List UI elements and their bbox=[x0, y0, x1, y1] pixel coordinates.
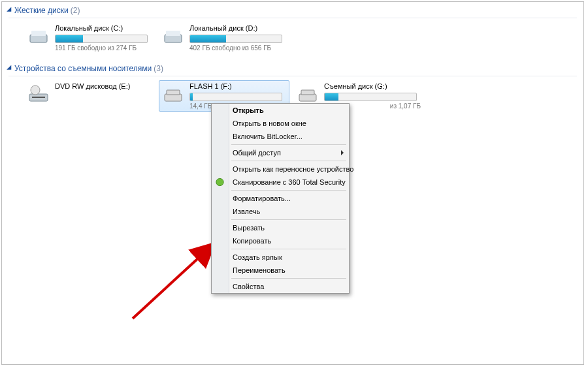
svg-rect-9 bbox=[299, 94, 316, 101]
svg-rect-8 bbox=[167, 90, 180, 95]
menu-create-shortcut[interactable]: Создать ярлык bbox=[212, 251, 349, 264]
flash-drive-icon bbox=[162, 82, 184, 104]
capacity-bar bbox=[189, 93, 282, 101]
menu-label: Извлечь bbox=[233, 208, 260, 215]
menu-label: Копировать bbox=[233, 237, 271, 245]
menu-separator bbox=[231, 144, 346, 145]
drive-status: 191 ГБ свободно из 274 ГБ bbox=[55, 44, 152, 52]
svg-rect-3 bbox=[166, 31, 180, 36]
group-count: (2) bbox=[71, 6, 80, 15]
capacity-bar bbox=[324, 93, 417, 101]
svg-point-11 bbox=[216, 178, 223, 185]
svg-rect-7 bbox=[165, 94, 182, 101]
capacity-bar bbox=[55, 35, 148, 43]
svg-rect-10 bbox=[301, 90, 314, 95]
drive-dvd-e[interactable]: DVD RW дисковод (E:) bbox=[24, 80, 155, 112]
menu-label: Открыть bbox=[233, 106, 264, 114]
drive-label: Локальный диск (D:) bbox=[189, 24, 286, 32]
svg-rect-5 bbox=[32, 97, 45, 98]
expand-icon bbox=[7, 65, 14, 72]
menu-label: Сканирование с 360 Total Security bbox=[233, 178, 346, 186]
menu-separator bbox=[231, 219, 346, 220]
drive-status: 402 ГБ свободно из 656 ГБ bbox=[189, 44, 286, 52]
menu-separator bbox=[231, 278, 346, 279]
menu-label: Общий доступ bbox=[233, 149, 281, 157]
context-menu: Открыть Открыть в новом окне Включить Bi… bbox=[211, 103, 350, 294]
menu-label: Свойства bbox=[233, 283, 264, 290]
divider bbox=[8, 18, 577, 18]
group-count: (3) bbox=[154, 64, 163, 73]
menu-label: Включить BitLocker... bbox=[233, 132, 302, 140]
menu-separator bbox=[231, 161, 346, 161]
flash-drive-icon bbox=[297, 82, 319, 104]
dvd-drive-icon bbox=[27, 82, 50, 104]
menu-eject[interactable]: Извлечь bbox=[212, 205, 349, 218]
drive-label: Локальный диск (C:) bbox=[55, 24, 152, 32]
drive-c[interactable]: Локальный диск (C:) 191 ГБ свободно из 2… bbox=[24, 22, 155, 54]
drive-label: DVD RW дисковод (E:) bbox=[55, 82, 152, 90]
hard-drive-icon bbox=[27, 24, 50, 46]
group-header-removable[interactable]: Устройства со съемными носителями (3) bbox=[2, 60, 583, 74]
group-title: Жесткие диски bbox=[14, 6, 69, 15]
drive-d[interactable]: Локальный диск (D:) 402 ГБ свободно из 6… bbox=[159, 22, 289, 54]
menu-label: Создать ярлык bbox=[233, 253, 282, 261]
svg-rect-1 bbox=[31, 31, 46, 36]
menu-rename[interactable]: Переименовать bbox=[212, 264, 349, 277]
explorer-window: Жесткие диски (2) Локальный диск (C:) 19… bbox=[1, 1, 584, 365]
drive-label: FLASH 1 (F:) bbox=[189, 82, 286, 90]
menu-scan-360[interactable]: Сканирование с 360 Total Security bbox=[212, 176, 349, 189]
menu-bitlocker[interactable]: Включить BitLocker... bbox=[212, 130, 349, 143]
drive-label: Съемный диск (G:) bbox=[324, 82, 421, 90]
menu-properties[interactable]: Свойства bbox=[212, 280, 349, 293]
menu-open-portable[interactable]: Открыть как переносное устройство bbox=[212, 163, 349, 176]
hdd-drives-row: Локальный диск (C:) 191 ГБ свободно из 2… bbox=[2, 22, 583, 54]
menu-label: Переименовать bbox=[233, 266, 286, 274]
shield-icon bbox=[215, 178, 225, 187]
menu-separator bbox=[231, 190, 346, 191]
menu-label: Открыть в новом окне bbox=[233, 119, 306, 127]
menu-share[interactable]: Общий доступ bbox=[212, 146, 349, 159]
menu-separator bbox=[231, 249, 346, 249]
group-title: Устройства со съемными носителями bbox=[14, 64, 152, 73]
submenu-arrow-icon bbox=[341, 150, 344, 155]
menu-cut[interactable]: Вырезать bbox=[212, 221, 349, 234]
group-header-hdd[interactable]: Жесткие диски (2) bbox=[2, 2, 583, 16]
divider bbox=[8, 76, 577, 76]
menu-format[interactable]: Форматировать... bbox=[212, 192, 349, 205]
svg-point-6 bbox=[31, 86, 40, 95]
menu-open-new-window[interactable]: Открыть в новом окне bbox=[212, 117, 349, 130]
capacity-bar bbox=[189, 35, 282, 43]
menu-open[interactable]: Открыть bbox=[212, 104, 349, 117]
menu-copy[interactable]: Копировать bbox=[212, 234, 349, 247]
menu-label: Открыть как переносное устройство bbox=[233, 165, 353, 173]
hard-drive-icon bbox=[162, 24, 184, 46]
menu-label: Форматировать... bbox=[233, 195, 291, 202]
expand-icon bbox=[7, 7, 14, 14]
menu-label: Вырезать bbox=[233, 224, 265, 232]
